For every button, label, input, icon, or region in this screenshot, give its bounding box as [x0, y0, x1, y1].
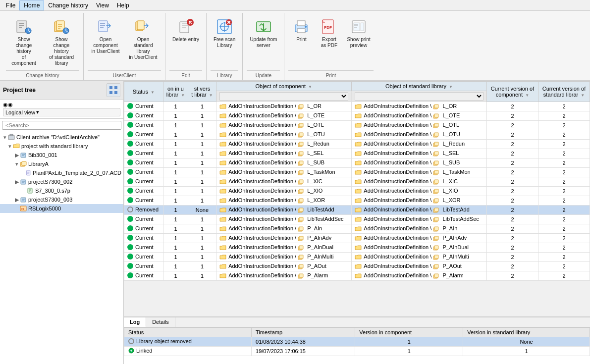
project-label: project with standard library	[21, 143, 88, 149]
tree-item-rslogix5000[interactable]: RS RSLogix5000	[0, 204, 123, 213]
library-buttons: Free scanLibrary	[211, 15, 238, 68]
menu-help[interactable]: Help	[113, 1, 133, 10]
tree-toggle-s7300-002[interactable]: ▶	[14, 179, 20, 185]
table-row[interactable]: Current11 AddOnInstructionDefinition \ L…	[124, 149, 590, 158]
table-row[interactable]: Current11 AddOnInstructionDefinition \ L…	[124, 168, 590, 177]
tree-toggle-s7300-003[interactable]: ▶	[14, 197, 20, 203]
status-dot-green	[127, 216, 133, 222]
lib-icon-comp	[433, 236, 440, 242]
cell-objcomp: AddOnInstructionDefinition \ L_TaskMon	[216, 168, 351, 177]
cell-objcomp: AddOnInstructionDefinition \ L_Redun	[216, 140, 351, 149]
tree-item-client-archive[interactable]: ▾ Client archive "D:\vdClientArchive"	[0, 133, 123, 142]
cell-objcomp: AddOnInstructionDefinition \ L_OR	[216, 102, 351, 111]
table-row[interactable]: Current11 AddOnInstructionDefinition \ P…	[124, 262, 590, 271]
menu-change-history[interactable]: Change history	[44, 1, 92, 10]
table-row[interactable]: Current11 AddOnInstructionDefinition \ L…	[124, 187, 590, 196]
tab-details[interactable]: Details	[146, 317, 175, 327]
svg-rect-22	[361, 23, 364, 31]
cell-curvercomp: 2	[487, 253, 538, 262]
show-change-history-library-button[interactable]: Show change historyof standard library	[44, 16, 79, 68]
filter-objlib[interactable]	[351, 91, 486, 102]
table-row[interactable]: Current11 AddOnInstructionDefinition \ P…	[124, 271, 590, 281]
table-row[interactable]: Current11 AddOnInstructionDefinition \ L…	[124, 130, 590, 140]
tree-item-project[interactable]: ▾ project with standard library	[0, 142, 123, 151]
cell-stver: 1	[188, 253, 216, 262]
bottom-cell-timestamp: 01/08/2023 10:44:38	[252, 337, 355, 347]
table-row[interactable]: Current11 AddOnInstructionDefinition \ L…	[124, 111, 590, 121]
cell-status: Current	[124, 168, 163, 177]
table-row[interactable]: Current11 AddOnInstructionDefinition \ L…	[124, 215, 590, 224]
cell-curverlib: 2	[538, 111, 590, 121]
cell-curverlib: 2	[538, 187, 590, 196]
table-row[interactable]: Current11 AddOnInstructionDefinition \ P…	[124, 253, 590, 262]
open-component-userclient-button[interactable]: Open componentin UserClient	[88, 16, 123, 56]
table-row[interactable]: Current11 AddOnInstructionDefinition \ L…	[124, 121, 590, 130]
bottom-table-row[interactable]: Library object removed01/08/2023 10:44:3…	[124, 337, 590, 347]
table-body: Current11 AddOnInstructionDefinition \ L…	[124, 102, 590, 281]
folder-icon-comp	[355, 142, 362, 148]
update-group-label: Update	[247, 70, 280, 78]
table-row[interactable]: Current11 AddOnInstructionDefinition \ P…	[124, 224, 590, 234]
export-pdf-button[interactable]: PDF Exportas PDF	[316, 16, 342, 51]
lib-icon-comp	[433, 198, 440, 204]
tree-item-bib300[interactable]: ▶ Bib300_001	[0, 151, 123, 159]
free-scan-button[interactable]: Free scanLibrary	[211, 16, 238, 51]
print-button[interactable]: Print	[288, 16, 314, 45]
svg-rect-95	[299, 236, 303, 240]
tree-toggle-project[interactable]: ▾	[7, 143, 13, 150]
status-dot-green	[127, 254, 133, 260]
bottom-table-container[interactable]: Status Timestamp Version in component Ve…	[124, 327, 590, 364]
table-row[interactable]: Current11 AddOnInstructionDefinition \ L…	[124, 177, 590, 187]
table-row[interactable]: Current11 AddOnInstructionDefinition \ P…	[124, 234, 590, 243]
tree-toggle-bib300[interactable]: ▶	[14, 152, 20, 158]
folder-icon-comp	[219, 198, 226, 204]
cell-curvercomp: 2	[487, 168, 538, 177]
edit-buttons: Delete entry	[169, 15, 202, 68]
folder-icon-comp	[219, 245, 226, 251]
bottom-table-row[interactable]: Linked19/07/2023 17:06:1511	[124, 347, 590, 356]
sidebar-icon-button[interactable]	[107, 83, 120, 97]
folder-icon-comp	[355, 264, 362, 270]
projects7300-003-label: projectS7300_003	[28, 197, 72, 203]
cell-inlib: 1	[163, 121, 188, 130]
lib-icon-comp	[433, 189, 440, 195]
update-from-server-button[interactable]: Update fromserver	[247, 16, 280, 51]
search-input[interactable]	[2, 121, 121, 130]
status-dot-green	[127, 263, 133, 269]
tree-toggle-libraryA[interactable]: ▾	[14, 161, 20, 167]
tree-item-plantpax[interactable]: PlantPAxLib_Template_2_0_07.ACD	[0, 168, 123, 177]
history-library-icon	[53, 18, 70, 36]
menu-home[interactable]: Home	[19, 0, 44, 10]
table-row[interactable]: Current11 AddOnInstructionDefinition \ P…	[124, 243, 590, 253]
cell-curverlib: 2	[538, 243, 590, 253]
open-library-userclient-button[interactable]: Open standard libraryin UserClient	[125, 16, 161, 62]
menu-view[interactable]: View	[92, 1, 113, 10]
tab-log[interactable]: Log	[124, 317, 146, 327]
edit-group-label: Edit	[169, 70, 202, 78]
table-row[interactable]: Current11 AddOnInstructionDefinition \ L…	[124, 140, 590, 149]
table-row[interactable]: Removed1None AddOnInstructionDefinition …	[124, 206, 590, 215]
table-row[interactable]: Current11 AddOnInstructionDefinition \ L…	[124, 158, 590, 168]
logical-view-btn[interactable]: Logical view ▾	[3, 108, 120, 116]
main-table-container[interactable]: Status ▼ on in ulibrar ▼ st verst librar…	[124, 81, 590, 316]
cell-stver: 1	[188, 262, 216, 271]
tree-item-s7p[interactable]: S7_300_0.s7p	[0, 186, 123, 195]
table-row[interactable]: Current11 AddOnInstructionDefinition \ L…	[124, 196, 590, 206]
lib-icon-comp	[298, 236, 305, 242]
show-change-history-component-button[interactable]: Show change historyof component	[6, 16, 42, 68]
status-dot-green	[127, 225, 133, 231]
show-print-preview-button[interactable]: Show printpreview	[344, 16, 373, 51]
menu-file[interactable]: File	[2, 1, 19, 10]
bottom-tab-bar: Log Details	[124, 317, 590, 327]
tree-item-libraryA[interactable]: ▾ LibraryA	[0, 159, 123, 168]
tree-item-projects7300-003[interactable]: ▶ projectS7300_003	[0, 195, 123, 204]
cell-objlib: AddOnInstructionDefinition \ P_AIn	[351, 224, 486, 234]
delete-entry-button[interactable]: Delete entry	[169, 16, 202, 45]
filter-objcomp[interactable]	[216, 91, 351, 102]
tree-toggle[interactable]: ▾	[2, 134, 8, 141]
cell-objlib: AddOnInstructionDefinition \ L_TaskMon	[351, 168, 486, 177]
tree-item-projects7300-002[interactable]: ▶ projectS7300_002	[0, 177, 123, 186]
table-row[interactable]: Current11 AddOnInstructionDefinition \ L…	[124, 102, 590, 111]
folder-icon-comp	[355, 104, 362, 110]
delete-entry-label: Delete entry	[172, 37, 199, 43]
